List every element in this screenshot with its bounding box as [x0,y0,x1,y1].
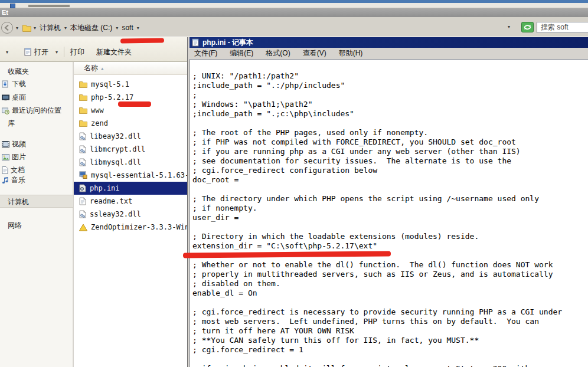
editor-line [192,185,588,194]
sidebar-item-recent-places[interactable]: 最近访问的位置 [2,106,61,116]
sidebar-header-libraries[interactable]: 库 [8,119,15,129]
file-row-mysql-5.1[interactable]: mysql-5.1 [74,78,187,91]
file-name: libmcrypt.dll [90,145,145,153]
crumb-separator-icon: ▾ [116,25,118,31]
sidebar-item-label: 最近访问的位置 [12,106,61,116]
file-row-zendoptimizer[interactable]: ZendOptimizer-3.3.3-Windo [74,221,187,234]
ini-file-icon [79,184,86,192]
text-file-icon [79,197,86,205]
file-row-mysql-essential[interactable]: mysql-essential-5.1.63-wi [74,169,187,182]
folder-icon [79,81,87,88]
breadcrumb-computer[interactable]: 计算机 [38,23,62,33]
file-row-ssleay32-dll[interactable]: ssleay32.dll [74,208,187,221]
history-dropdown-icon[interactable]: ▾ [16,25,18,31]
back-arrow-icon [1,21,14,34]
address-bar: ▾ ▾ 计算机 ▾ 本地磁盘 (C:) ▾ soft ▾ ▾ 搜索 soft [0,17,588,37]
print-button-label: 打印 [70,47,84,57]
editor-line: ; The directory under which PHP opens th… [192,194,588,204]
file-row-libmysql-dll[interactable]: libmysql.dll [74,156,187,169]
breadcrumb: ▾ 计算机 ▾ 本地磁盘 (C:) ▾ soft ▾ [22,22,139,34]
file-name: mysql-5.1 [91,80,129,89]
editor-line: ; see documentation for security issues.… [192,156,588,166]
file-row-readme-txt[interactable]: readme.txt [74,195,187,208]
sidebar-item-pictures[interactable]: 图片 [2,152,26,162]
organize-button-cut[interactable]: ▾ [0,48,12,56]
sidebar-header-favorites[interactable]: 收藏夹 [8,67,29,77]
sidebar-item-label: 下载 [12,79,26,89]
notepad-icon [24,48,32,56]
file-name: libmysql.dll [90,158,141,166]
editor-line: ; [192,90,588,100]
chevron-down-icon: ▾ [6,50,8,55]
sidebar-item-documents[interactable]: 文档 [2,165,25,175]
file-name: php-5.2.17 [91,93,133,101]
column-header-label: 名称 [84,63,98,73]
sidebar-item-label: 图片 [12,152,26,162]
new-folder-button[interactable]: 新建文件夹 [93,46,135,58]
sidebar-item-music[interactable]: 音乐 [2,175,25,185]
notepad-window: php.ini - 记事本 文件(F) 编辑(E) 格式(O) 查看(V) 帮助… [187,37,588,367]
editor-text: ; UNIX: "/path1:/path2";include_path = "… [190,60,588,367]
sidebar-item-label: 文档 [11,165,25,175]
sidebar-item-downloads[interactable]: 下载 [2,79,26,89]
refresh-icon [521,22,534,32]
notepad-app-icon [191,38,200,47]
file-name: readme.txt [90,197,132,205]
editor-line [192,222,588,232]
editor-line: doc_root = [192,175,588,185]
menu-file[interactable]: 文件(F) [194,48,217,58]
column-header-name[interactable]: 名称 ▴ [74,62,187,75]
sidebar-item-desktop[interactable]: 桌面 [2,93,26,103]
sidebar-header-computer[interactable]: 计算机 [8,197,29,207]
editor-line: ; cgi.force_redirect configuration below [192,166,588,175]
file-row-libeay32-dll[interactable]: libeay32.dll [74,130,187,143]
editor-line: enable_dl = On [192,289,588,298]
sidebar-item-label: 音乐 [11,175,25,185]
print-button[interactable]: 打印 [67,46,88,58]
menu-view[interactable]: 查看(V) [303,48,326,58]
editor-line: ;include_path = ".:/php/includes" [192,81,588,90]
background-app-icon [10,4,15,8]
new-folder-button-label: 新建文件夹 [96,47,132,57]
notepad-title-text: php.ini - 记事本 [202,38,253,48]
editor-line: ; disabled on them. [192,279,588,289]
file-list-pane: 名称 ▴ mysql-5.1 php-5.2.17 www zend libea… [74,62,187,367]
file-row-zend[interactable]: zend [74,117,187,130]
back-button[interactable] [1,21,14,37]
editor-line: ; if nonempty. [192,204,588,213]
editor-line: ; Whether or not to enable the dl() func… [192,260,588,270]
file-row-libmcrypt-dll[interactable]: libmcrypt.dll [74,143,187,156]
notepad-editor[interactable]: ; UNIX: "/path1:/path2";include_path = "… [190,59,588,367]
breadcrumb-local-disk-c[interactable]: 本地磁盘 (C:) [69,23,113,33]
menu-help[interactable]: 帮助(H) [339,48,363,58]
editor-line: ; The root of the PHP pages, used only i… [192,128,588,137]
sidebar-header-network[interactable]: 网络 [8,221,22,231]
menu-edit[interactable]: 编辑(E) [230,48,253,58]
editor-line: ; Windows: "\path1;\path2" [192,100,588,109]
search-input[interactable]: 搜索 soft [537,22,588,33]
editor-line: ; properly in multithreaded servers, suc… [192,270,588,279]
dll-file-icon [79,158,86,166]
breadcrumb-soft[interactable]: soft [120,24,134,32]
file-row-php-ini[interactable]: php.ini [74,182,187,195]
open-button[interactable]: 打开 ▾ [20,46,61,58]
sort-ascending-icon: ▴ [101,65,104,71]
dll-file-icon [79,132,86,140]
address-dropdown-icon[interactable]: ▾ [508,24,510,30]
chevron-down-icon: ▾ [55,50,58,55]
refresh-button[interactable] [521,22,534,32]
notepad-menubar: 文件(F) 编辑(E) 格式(O) 查看(V) 帮助(H) [190,48,588,58]
recent-places-icon [2,107,9,114]
menu-format[interactable]: 格式(O) [266,48,290,58]
sidebar-item-videos[interactable]: 视频 [2,139,26,149]
crumb-separator-icon: ▾ [137,25,139,31]
pictures-icon [2,154,9,160]
music-icon [2,176,9,184]
red-underline-annotation-php-folder [118,101,151,107]
dll-file-icon [79,210,86,218]
editor-line [192,355,588,364]
notepad-titlebar[interactable]: php.ini - 记事本 [190,37,588,48]
sidebar-item-label: 桌面 [12,93,26,103]
package-triangle-icon [79,224,87,231]
red-underline-annotation-soft [120,38,164,43]
